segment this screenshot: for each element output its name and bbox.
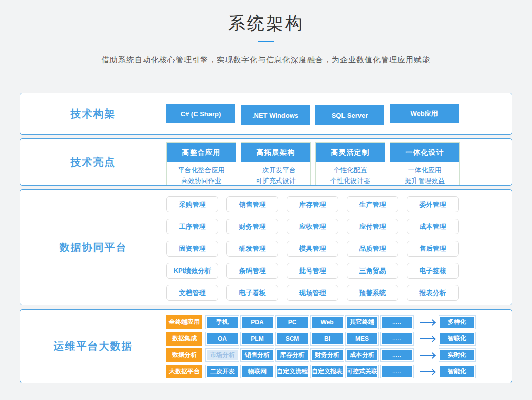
panel-bigdata-label: 运维平台大数据 bbox=[20, 310, 166, 383]
flow-result-badge: 多样化 bbox=[439, 316, 475, 329]
module-chip[interactable]: 条码管理 bbox=[226, 263, 278, 279]
page-subtitle: 借助系统自动化核心管理引擎，实现数字化与信息化深度融合，为企业数值化管理应用赋能 bbox=[0, 55, 532, 65]
highlight-card-line: 个性化配置 bbox=[316, 165, 385, 175]
panel-highlights-label: 技术亮点 bbox=[20, 139, 166, 185]
tech-stack-button-csharp[interactable]: C# (C Sharp) bbox=[166, 104, 235, 123]
flow-item[interactable]: PC bbox=[276, 316, 309, 329]
panels-container: 技术构架 C# (C Sharp) .NET Windows SQL Serve… bbox=[20, 93, 512, 383]
panel-tech-stack: 技术构架 C# (C Sharp) .NET Windows SQL Serve… bbox=[20, 93, 512, 135]
module-chip[interactable]: 委外管理 bbox=[407, 196, 459, 212]
flow-item[interactable]: 财务分析 bbox=[311, 349, 344, 361]
module-chip[interactable]: 批号管理 bbox=[287, 263, 338, 279]
module-chip[interactable]: 采购管理 bbox=[166, 196, 218, 212]
highlight-card-line: 提升管理效益 bbox=[390, 175, 459, 186]
module-chip[interactable]: 财务管理 bbox=[226, 219, 278, 234]
panel-collaboration-label: 数据协同平台 bbox=[20, 190, 166, 305]
module-chip[interactable]: KPI绩效分析 bbox=[166, 263, 218, 279]
module-chip[interactable]: 固资管理 bbox=[166, 241, 218, 257]
highlight-card-title: 一体化设计 bbox=[390, 143, 459, 162]
flow-category-badge: 大数据平台 bbox=[166, 365, 202, 378]
flow-item[interactable]: OA bbox=[206, 332, 239, 345]
page-title: 系统架构 bbox=[0, 12, 532, 34]
title-underline bbox=[258, 41, 274, 42]
right-arrow-icon bbox=[420, 338, 435, 339]
panel-bigdata-body: 全终端应用 手机 PDA PC Web 其它终端 ..... 多样化 数据集成 … bbox=[166, 310, 512, 383]
panel-highlights-body: 高整合应用 平台化整合应用 高效协同作业 高拓展架构 二次开发平台 可扩充式设计… bbox=[166, 139, 512, 185]
right-arrow-icon bbox=[420, 371, 435, 372]
flow-result-badge: 实时化 bbox=[439, 349, 475, 361]
module-chip[interactable]: 工序管理 bbox=[166, 219, 218, 234]
flow-item[interactable]: 二次开发 bbox=[206, 365, 239, 378]
module-chip[interactable]: 生产管理 bbox=[347, 196, 398, 212]
flow-item[interactable]: 自定义流程 bbox=[276, 365, 309, 378]
flow-item-ellipsis: ..... bbox=[381, 316, 413, 329]
module-chip[interactable]: 销售管理 bbox=[226, 196, 278, 212]
highlight-card-integration: 高整合应用 平台化整合应用 高效协同作业 bbox=[166, 142, 236, 185]
flow-item-ellipsis: ..... bbox=[381, 349, 413, 361]
module-chip[interactable]: 报表分析 bbox=[407, 285, 459, 301]
tech-stack-button-sqlserver[interactable]: SQL Server bbox=[315, 105, 384, 125]
flow-item[interactable]: MES bbox=[346, 332, 378, 345]
flow-item[interactable]: 自定义报表 bbox=[311, 365, 344, 378]
flow-item[interactable]: 手机 bbox=[206, 316, 239, 329]
highlight-card-title: 高拓展架构 bbox=[241, 143, 310, 162]
highlight-card-line: 可扩充式设计 bbox=[241, 175, 310, 186]
panel-bigdata: 运维平台大数据 全终端应用 手机 PDA PC Web 其它终端 ..... 多… bbox=[20, 309, 512, 383]
system-architecture-page: 系统架构 借助系统自动化核心管理引擎，实现数字化与信息化深度融合，为企业数值化管… bbox=[0, 0, 532, 400]
module-chip[interactable]: 售后管理 bbox=[407, 241, 459, 257]
module-chip[interactable]: 模具管理 bbox=[287, 241, 338, 257]
flow-category-badge: 数据集成 bbox=[166, 332, 202, 346]
flow-item[interactable]: 可控式关联 bbox=[346, 365, 378, 378]
module-chip[interactable]: 应收管理 bbox=[287, 219, 338, 234]
flow-item[interactable]: PDA bbox=[241, 316, 274, 329]
flow-item[interactable]: 市场分析 bbox=[206, 349, 239, 361]
highlight-card-line: 个性化设计器 bbox=[316, 175, 385, 186]
module-chip[interactable]: 预警系统 bbox=[347, 285, 398, 301]
flow-item-ellipsis: ..... bbox=[381, 332, 413, 345]
flow-row-integration: 数据集成 OA PLM SCM BI MES ..... 智联化 bbox=[166, 332, 512, 346]
highlight-card-title: 高整合应用 bbox=[167, 143, 236, 162]
right-arrow-icon bbox=[420, 322, 435, 323]
flow-result-badge: 智联化 bbox=[439, 332, 475, 345]
module-chip[interactable]: 品质管理 bbox=[347, 241, 398, 257]
panel-highlights: 技术亮点 高整合应用 平台化整合应用 高效协同作业 高拓展架构 二次开发平台 可… bbox=[20, 138, 512, 186]
flow-row-analysis: 数据分析 市场分析 销售分析 库存分析 财务分析 成本分析 ..... 实时化 bbox=[166, 348, 512, 362]
flow-category-badge: 数据分析 bbox=[166, 348, 202, 362]
flow-row-terminals: 全终端应用 手机 PDA PC Web 其它终端 ..... 多样化 bbox=[166, 315, 512, 329]
flow-item[interactable]: Web bbox=[311, 316, 344, 329]
flow-item[interactable]: SCM bbox=[276, 332, 309, 345]
flow-item[interactable]: 销售分析 bbox=[241, 349, 274, 361]
highlight-card-line: 二次开发平台 bbox=[241, 165, 310, 175]
panel-tech-stack-label: 技术构架 bbox=[20, 93, 166, 134]
flow-item[interactable]: PLM bbox=[241, 332, 274, 345]
flow-item[interactable]: BI bbox=[311, 332, 344, 345]
module-chip[interactable]: 成本管理 bbox=[407, 219, 459, 234]
tech-stack-button-web[interactable]: Web应用 bbox=[390, 104, 459, 123]
right-arrow-icon bbox=[420, 355, 435, 356]
module-chip[interactable]: 三角贸易 bbox=[347, 263, 398, 279]
flow-item-ellipsis: ..... bbox=[381, 365, 413, 378]
flow-item[interactable]: 库存分析 bbox=[276, 349, 309, 361]
module-chip[interactable]: 电子看板 bbox=[226, 285, 278, 301]
module-chip[interactable]: 现场管理 bbox=[287, 285, 338, 301]
flow-row-platform: 大数据平台 二次开发 物联网 自定义流程 自定义报表 可控式关联 ..... 智… bbox=[166, 365, 512, 378]
flow-category-badge: 全终端应用 bbox=[166, 315, 202, 329]
hero-header: 系统架构 借助系统自动化核心管理引擎，实现数字化与信息化深度融合，为企业数值化管… bbox=[0, 0, 532, 65]
module-grid: 采购管理 销售管理 库存管理 生产管理 委外管理 工序管理 财务管理 应收管理 … bbox=[166, 196, 512, 301]
highlight-card-line: 平台化整合应用 bbox=[167, 165, 236, 175]
module-chip[interactable]: 库存管理 bbox=[287, 196, 338, 212]
module-chip[interactable]: 电子签核 bbox=[407, 263, 459, 279]
panel-tech-stack-body: C# (C Sharp) .NET Windows SQL Server Web… bbox=[166, 93, 512, 134]
module-chip[interactable]: 文档管理 bbox=[166, 285, 218, 301]
module-chip[interactable]: 研发管理 bbox=[226, 241, 278, 257]
highlight-card-line: 一体化应用 bbox=[390, 165, 459, 175]
flow-result-badge: 智能化 bbox=[439, 365, 475, 378]
panel-collaboration-body: 采购管理 销售管理 库存管理 生产管理 委外管理 工序管理 财务管理 应收管理 … bbox=[166, 190, 512, 305]
flow-item[interactable]: 物联网 bbox=[241, 365, 274, 378]
tech-stack-button-dotnet[interactable]: .NET Windows bbox=[241, 105, 310, 125]
flow-item[interactable]: 其它终端 bbox=[346, 316, 378, 329]
highlight-card-title: 高灵活定制 bbox=[316, 143, 385, 162]
highlight-card-line: 高效协同作业 bbox=[167, 175, 236, 186]
flow-item[interactable]: 成本分析 bbox=[346, 349, 378, 361]
module-chip[interactable]: 应付管理 bbox=[347, 219, 398, 234]
